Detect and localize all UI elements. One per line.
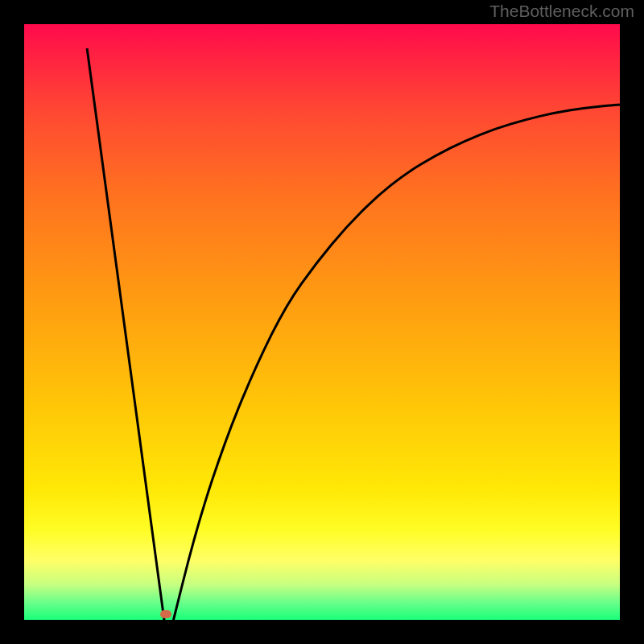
curve-path [87, 48, 644, 644]
plot-area [0, 0, 644, 644]
chart-container: TheBottleneck.com [0, 0, 644, 644]
attribution-text: TheBottleneck.com [489, 2, 634, 21]
vertex-marker [160, 610, 171, 618]
curve-svg [48, 48, 644, 644]
